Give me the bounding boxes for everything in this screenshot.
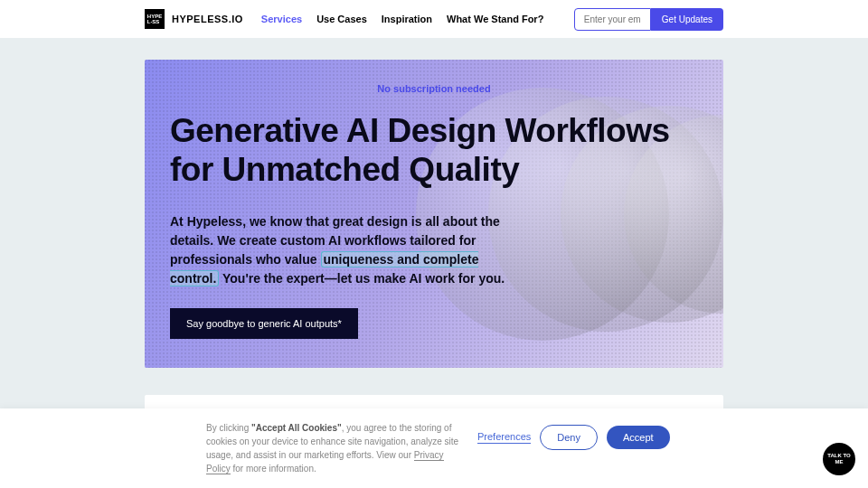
cookie-text: By clicking "Accept All Cookies", you ag…	[206, 421, 459, 475]
nav-use-cases[interactable]: Use Cases	[316, 14, 367, 24]
logo-text: HYPELESS.IO	[172, 14, 243, 24]
cookie-banner: By clicking "Accept All Cookies", you ag…	[0, 408, 868, 488]
get-updates-button[interactable]: Get Updates	[651, 8, 723, 31]
nav-inspiration[interactable]: Inspiration	[382, 14, 432, 24]
hero-cta-button[interactable]: Say goodbye to generic AI outputs*	[170, 308, 358, 339]
hero-title: Generative AI Design Workflows for Unmat…	[170, 112, 690, 189]
nav: Services Use Cases Inspiration What We S…	[261, 14, 544, 24]
nav-stand-for[interactable]: What We Stand For?	[447, 14, 543, 24]
header-right: Get Updates	[574, 8, 723, 31]
cookie-buttons: Preferences Deny Accept	[477, 425, 670, 450]
preferences-button[interactable]: Preferences	[477, 431, 531, 444]
email-input[interactable]	[574, 8, 651, 31]
talk-to-me-button[interactable]: TALK TO ME	[823, 443, 855, 475]
logo[interactable]: HYPEL·SS HYPELESS.IO	[145, 9, 243, 29]
deny-button[interactable]: Deny	[540, 425, 598, 450]
header: HYPEL·SS HYPELESS.IO Services Use Cases …	[0, 0, 868, 38]
nav-services[interactable]: Services	[261, 14, 302, 24]
hero-description: At Hypeless, we know that great design i…	[170, 212, 509, 288]
hero-desc-2: You're the expert—let us make AI work fo…	[219, 271, 505, 286]
hero-section: No subscription needed Generative AI Des…	[145, 60, 723, 368]
header-left: HYPEL·SS HYPELESS.IO Services Use Cases …	[145, 9, 543, 29]
accept-button[interactable]: Accept	[607, 426, 670, 449]
no-subscription-label: No subscription needed	[170, 83, 698, 94]
logo-icon: HYPEL·SS	[145, 9, 165, 29]
